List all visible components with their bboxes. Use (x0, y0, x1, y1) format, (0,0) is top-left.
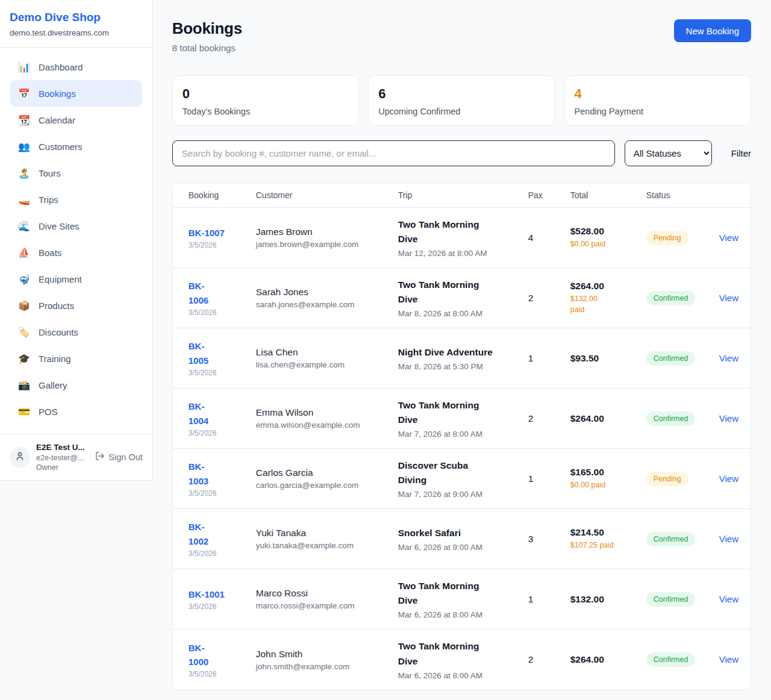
sidebar: Demo Dive Shop demo.test.divestreams.com… (0, 0, 153, 481)
page-title: Bookings (172, 19, 242, 38)
customer-name: John Smith (256, 649, 398, 660)
sidebar-item-dashboard[interactable]: 📊 Dashboard (10, 54, 142, 80)
trip-name: Two Tank Morning Dive (398, 278, 528, 307)
total-amount: $165.00 (570, 467, 646, 478)
status-badge: Confirmed (646, 652, 696, 667)
trip-name: Two Tank Morning Dive (398, 579, 528, 608)
booking-id-link[interactable]: BK-1001 (189, 587, 256, 601)
stat-card-upcoming-confirmed: 6 Upcoming Confirmed (368, 75, 555, 126)
sidebar-item-calendar[interactable]: 📆 Calendar (10, 107, 142, 133)
user-icon (14, 451, 25, 464)
actions-cell: View (719, 534, 738, 545)
sidebar-item-bookings[interactable]: 📅 Bookings (10, 80, 142, 107)
booking-id-link[interactable]: BK- 1003 (189, 460, 256, 488)
booking-id-link[interactable]: BK- 1000 (189, 641, 256, 669)
booking-id-link[interactable]: BK- 1006 (189, 279, 256, 307)
customer-name: Marco Rossi (256, 588, 398, 599)
filter-button[interactable]: Filter (731, 148, 751, 158)
trip-name: Snorkel Safari (398, 526, 528, 540)
pax-cell: 3 (528, 534, 570, 545)
sidebar-item-label: Gallery (39, 380, 67, 390)
status-badge: Confirmed (646, 291, 696, 305)
page-subtitle: 8 total bookings (172, 43, 242, 53)
sign-out-label: Sign Out (108, 452, 142, 462)
sidebar-item-gallery[interactable]: 📸 Gallery (10, 372, 142, 398)
booking-id-link[interactable]: BK-1007 (189, 226, 256, 240)
view-link[interactable]: View (719, 353, 738, 363)
trip-cell: Two Tank Morning Dive Mar 6, 2026 at 8:0… (398, 579, 528, 619)
column-header-total: Total (570, 190, 646, 200)
booking-id-link[interactable]: BK- 1004 (189, 399, 256, 428)
user-info: E2E Test U... e2e-tester@... Owner (36, 442, 89, 472)
status-select[interactable]: All Statuses (625, 140, 712, 166)
actions-cell: View (719, 413, 738, 424)
customer-name: James Brown (256, 227, 398, 237)
sidebar-item-equipment[interactable]: 🤿 Equipment (10, 266, 142, 292)
trip-cell: Two Tank Morning Dive Mar 12, 2026 at 8:… (398, 217, 528, 258)
trip-time: Mar 8, 2026 at 5:30 PM (398, 362, 528, 371)
booking-date: 3/5/2026 (189, 549, 256, 558)
booking-cell: BK-1007 3/5/2026 (189, 226, 256, 249)
sidebar-item-label: Dashboard (39, 62, 83, 72)
trip-time: Mar 7, 2026 at 9:00 AM (398, 490, 528, 499)
search-input[interactable] (172, 140, 615, 166)
pax-cell: 2 (528, 293, 570, 304)
main-content: Bookings 8 total bookings New Booking 0 … (153, 0, 771, 690)
customer-email: sarah.jones@example.com (256, 300, 398, 309)
table-row: BK-1007 3/5/2026 James Brown james.brown… (173, 208, 751, 268)
trip-cell: Night Dive Adventure Mar 8, 2026 at 5:30… (398, 345, 528, 371)
trip-cell: Snorkel Safari Mar 6, 2026 at 9:00 AM (398, 526, 528, 552)
actions-cell: View (719, 654, 738, 665)
view-link[interactable]: View (719, 534, 738, 544)
view-link[interactable]: View (719, 473, 738, 484)
view-link[interactable]: View (719, 413, 738, 423)
bookings-table: Booking Customer Trip Pax Total Status B… (172, 183, 751, 690)
sidebar-item-tours[interactable]: 🏝️ Tours (10, 160, 142, 186)
view-link[interactable]: View (719, 654, 738, 664)
stat-label: Upcoming Confirmed (378, 107, 545, 116)
total-amount: $264.00 (570, 281, 646, 292)
sidebar-item-trips[interactable]: 🚤 Trips (10, 186, 142, 213)
sidebar-item-label: Bookings (39, 89, 76, 99)
customer-email: yuki.tanaka@example.com (256, 541, 398, 550)
total-amount: $93.50 (570, 353, 646, 364)
column-header-booking: Booking (189, 190, 256, 200)
table-row: BK- 1004 3/5/2026 Emma Wilson emma.wilso… (173, 389, 751, 449)
view-link[interactable]: View (719, 594, 738, 604)
pax-cell: 2 (528, 654, 570, 665)
booking-cell: BK- 1004 3/5/2026 (189, 399, 256, 437)
sidebar-item-pos[interactable]: 💳 POS (10, 398, 142, 425)
pax-cell: 1 (528, 473, 570, 484)
view-link[interactable]: View (719, 293, 738, 303)
table-body: BK-1007 3/5/2026 James Brown james.brown… (173, 208, 751, 690)
status-cell: Confirmed (646, 411, 719, 426)
view-link[interactable]: View (719, 233, 738, 243)
equipment-icon: 🤿 (18, 273, 30, 285)
column-header-trip: Trip (398, 190, 528, 200)
stat-value: 0 (183, 86, 349, 102)
trip-time: Mar 8, 2026 at 8:00 AM (398, 309, 528, 318)
sidebar-item-products[interactable]: 📦 Products (10, 292, 142, 319)
sidebar-item-training[interactable]: 🎓 Training (10, 345, 142, 372)
sign-out-button[interactable]: Sign Out (95, 451, 142, 463)
customers-icon: 👥 (18, 141, 30, 152)
customer-cell: Sarah Jones sarah.jones@example.com (256, 287, 398, 309)
app-root: Demo Dive Shop demo.test.divestreams.com… (0, 0, 771, 700)
booking-id-link[interactable]: BK- 1002 (189, 520, 256, 548)
column-header-status: Status (646, 190, 719, 200)
sidebar-item-boats[interactable]: ⛵ Boats (10, 239, 142, 266)
booking-id-link[interactable]: BK- 1005 (189, 339, 256, 367)
total-cell: $264.00 (570, 654, 646, 665)
new-booking-button[interactable]: New Booking (674, 19, 751, 42)
sidebar-user-footer: E2E Test U... e2e-tester@... Owner Sign … (0, 434, 152, 480)
trip-time: Mar 7, 2026 at 8:00 AM (398, 430, 528, 439)
status-badge: Pending (646, 472, 688, 486)
customer-name: Sarah Jones (256, 287, 398, 298)
sidebar-item-label: Discounts (39, 327, 78, 337)
sidebar-item-dive-sites[interactable]: 🌊 Dive Sites (10, 213, 142, 239)
sidebar-item-discounts[interactable]: 🏷️ Discounts (10, 319, 142, 345)
sidebar-item-customers[interactable]: 👥 Customers (10, 133, 142, 160)
booking-cell: BK- 1000 3/5/2026 (189, 641, 256, 679)
total-amount: $264.00 (570, 413, 646, 424)
booking-date: 3/5/2026 (189, 670, 256, 678)
